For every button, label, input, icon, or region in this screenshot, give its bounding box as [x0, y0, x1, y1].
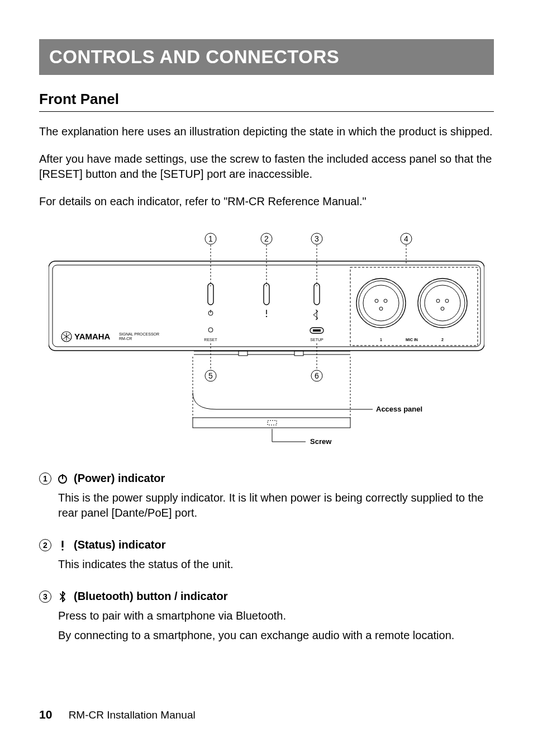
item-title-3: (Bluetooth) button / indicator	[74, 590, 228, 603]
reset-label: RESET	[204, 338, 217, 342]
svg-point-33	[359, 281, 403, 325]
item-number-2: 2	[39, 539, 51, 551]
intro-para-2: After you have made settings, use the sc…	[39, 152, 494, 182]
status-icon	[57, 540, 68, 551]
svg-rect-60	[62, 541, 64, 547]
item-title-2: (Status) indicator	[74, 538, 165, 551]
front-panel-diagram: 1 2 3 4 YAMAHA SIGNAL PROCESSOR RM-CR	[39, 230, 494, 454]
svg-text:SIGNAL PROCESSOR: SIGNAL PROCESSOR	[119, 332, 159, 336]
svg-rect-22	[264, 284, 269, 305]
svg-text:MIC IN: MIC IN	[406, 338, 418, 342]
svg-point-37	[379, 307, 383, 310]
svg-text:2: 2	[441, 338, 444, 342]
svg-rect-13	[294, 351, 303, 356]
manual-title: RM-CR Installation Manual	[69, 709, 196, 721]
access-panel-label: Access panel	[376, 405, 422, 413]
svg-rect-54	[268, 420, 277, 425]
svg-point-36	[384, 299, 387, 303]
svg-point-32	[356, 278, 406, 328]
item-desc-3: Press to pair with a smartphone via Blue…	[58, 608, 494, 643]
svg-point-34	[363, 285, 399, 321]
intro-para-1: The explanation here uses an illustratio…	[39, 124, 494, 139]
callout-6: 6	[315, 371, 319, 380]
svg-point-41	[436, 299, 440, 303]
svg-point-61	[61, 549, 63, 550]
item-bluetooth-button: 3 (Bluetooth) button / indicator Press t…	[39, 590, 494, 643]
page-header: CONTROLS AND CONNECTORS	[39, 39, 494, 75]
callout-2: 2	[264, 234, 269, 243]
item-desc-2: This indicates the status of the unit.	[58, 557, 494, 572]
callout-5: 5	[208, 371, 213, 380]
svg-rect-8	[49, 261, 484, 351]
svg-rect-31	[350, 267, 478, 346]
callout-4: 4	[404, 234, 408, 243]
item-status-indicator: 2 (Status) indicator This indicates the …	[39, 538, 494, 572]
svg-point-43	[441, 307, 444, 310]
svg-rect-30	[313, 329, 321, 332]
svg-point-27	[266, 316, 267, 317]
page-footer: 10 RM-CR Installation Manual	[39, 708, 196, 721]
svg-point-40	[425, 285, 460, 321]
svg-rect-9	[53, 265, 480, 347]
item-desc-1: This is the power supply indicator. It i…	[58, 490, 494, 521]
item-number-3: 3	[39, 590, 51, 603]
svg-point-39	[420, 281, 465, 325]
bluetooth-icon	[57, 591, 68, 602]
item-number-1: 1	[39, 472, 51, 485]
svg-text:1: 1	[380, 338, 382, 342]
callout-3: 3	[315, 234, 319, 243]
brand-logo: YAMAHA SIGNAL PROCESSOR RM-CR	[61, 332, 159, 342]
screw-label: Screw	[310, 437, 332, 446]
power-icon	[57, 473, 68, 484]
item-power-indicator: 1 (Power) indicator This is the power su…	[39, 472, 494, 521]
svg-point-38	[418, 278, 467, 328]
svg-rect-23	[314, 284, 320, 305]
svg-point-35	[375, 299, 378, 303]
page-number: 10	[39, 708, 52, 721]
svg-rect-21	[208, 284, 213, 305]
item-title-1: (Power) indicator	[74, 472, 165, 485]
svg-point-42	[445, 299, 449, 303]
intro-para-3: For details on each indicator, refer to …	[39, 194, 494, 209]
svg-point-28	[208, 328, 213, 332]
section-title: Front Panel	[39, 91, 494, 112]
svg-rect-12	[239, 351, 248, 356]
svg-text:YAMAHA: YAMAHA	[74, 332, 111, 341]
svg-rect-53	[193, 418, 350, 428]
callout-1: 1	[208, 234, 213, 243]
svg-text:RM-CR: RM-CR	[119, 337, 132, 341]
setup-label: SETUP	[310, 338, 323, 342]
